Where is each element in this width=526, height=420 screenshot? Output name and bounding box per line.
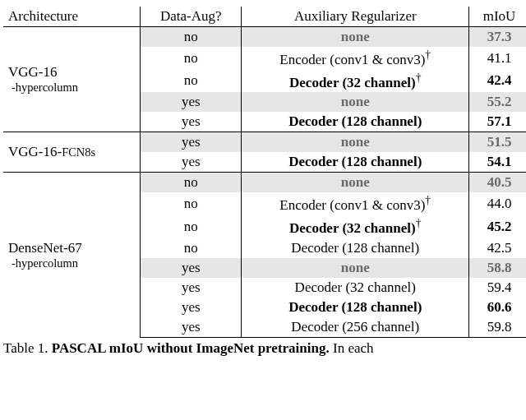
reg-cell: Decoder (32 channel)†	[242, 70, 469, 93]
reg-cell: Decoder (128 channel)	[242, 298, 469, 317]
aug-cell: yes	[141, 152, 242, 173]
aug-cell: no	[141, 47, 242, 70]
reg-cell: none	[242, 27, 469, 48]
reg-cell: Decoder (128 channel)	[242, 152, 469, 173]
miou-cell: 59.4	[469, 278, 526, 298]
arch-cell: VGG-16-FCN8s	[3, 132, 141, 173]
reg-cell: none	[242, 258, 469, 278]
table-row: VGG-16-FCN8syesnone51.5	[3, 132, 526, 153]
reg-cell: Decoder (32 channel)†	[242, 215, 469, 238]
miou-cell: 55.2	[469, 92, 526, 112]
arch-main: VGG-16-	[8, 144, 62, 159]
arch-main: DenseNet-67	[8, 240, 135, 256]
reg-cell: none	[242, 173, 469, 193]
aug-cell: no	[141, 27, 242, 48]
caption-suffix: In each	[333, 340, 374, 356]
arch-sub: FCN8s	[62, 145, 95, 159]
col-header-reg: Auxiliary Regularizer	[242, 7, 469, 27]
reg-cell: none	[242, 132, 469, 153]
arch-sub: -hypercolumn	[8, 81, 135, 95]
reg-cell: Decoder (128 channel)	[242, 112, 469, 132]
arch-main: VGG-16	[8, 64, 135, 81]
reg-cell: Decoder (128 channel)	[242, 238, 469, 258]
miou-cell: 58.8	[469, 258, 526, 278]
results-table: Architecture Data-Aug? Auxiliary Regular…	[3, 7, 526, 338]
miou-cell: 57.1	[469, 112, 526, 132]
dagger-icon: †	[416, 217, 422, 229]
aug-cell: yes	[141, 112, 242, 132]
aug-cell: yes	[141, 132, 242, 153]
reg-cell: Decoder (256 channel)	[242, 317, 469, 338]
aug-cell: no	[141, 70, 242, 93]
miou-cell: 42.4	[469, 70, 526, 93]
miou-cell: 40.5	[469, 173, 526, 193]
miou-cell: 45.2	[469, 215, 526, 238]
table-row: DenseNet-67-hypercolumnnonone40.5	[3, 173, 526, 193]
aug-cell: yes	[141, 92, 242, 112]
dagger-icon: †	[425, 48, 431, 61]
dagger-icon: †	[425, 194, 431, 206]
aug-cell: yes	[141, 258, 242, 278]
miou-cell: 44.0	[469, 192, 526, 215]
miou-cell: 60.6	[469, 298, 526, 317]
miou-cell: 37.3	[469, 27, 526, 48]
col-header-arch: Architecture	[3, 7, 141, 27]
miou-cell: 41.1	[469, 47, 526, 70]
aug-cell: no	[141, 238, 242, 258]
aug-cell: no	[141, 173, 242, 193]
reg-cell: none	[242, 92, 469, 112]
col-header-miou: mIoU	[469, 7, 526, 27]
miou-cell: 42.5	[469, 238, 526, 258]
miou-cell: 51.5	[469, 132, 526, 153]
miou-cell: 54.1	[469, 152, 526, 173]
arch-cell: DenseNet-67-hypercolumn	[3, 173, 141, 337]
table-caption: Table 1. PASCAL mIoU without ImageNet pr…	[3, 340, 526, 357]
aug-cell: yes	[141, 298, 242, 317]
arch-cell: VGG-16-hypercolumn	[3, 27, 141, 132]
reg-cell: Encoder (conv1 & conv3)†	[242, 192, 469, 215]
reg-cell: Decoder (32 channel)	[242, 278, 469, 298]
aug-cell: yes	[141, 278, 242, 298]
table-header-row: Architecture Data-Aug? Auxiliary Regular…	[3, 7, 526, 27]
aug-cell: no	[141, 215, 242, 238]
col-header-aug: Data-Aug?	[141, 7, 242, 27]
arch-sub: -hypercolumn	[8, 256, 135, 270]
dagger-icon: †	[416, 72, 422, 84]
table-body: VGG-16-hypercolumnnonone37.3noEncoder (c…	[3, 27, 526, 338]
table-row: VGG-16-hypercolumnnonone37.3	[3, 27, 526, 48]
reg-cell: Encoder (conv1 & conv3)†	[242, 47, 469, 70]
caption-title: PASCAL mIoU without ImageNet pretraining…	[52, 340, 330, 356]
miou-cell: 59.8	[469, 317, 526, 338]
caption-prefix: Table 1.	[3, 340, 48, 356]
aug-cell: no	[141, 192, 242, 215]
aug-cell: yes	[141, 317, 242, 338]
